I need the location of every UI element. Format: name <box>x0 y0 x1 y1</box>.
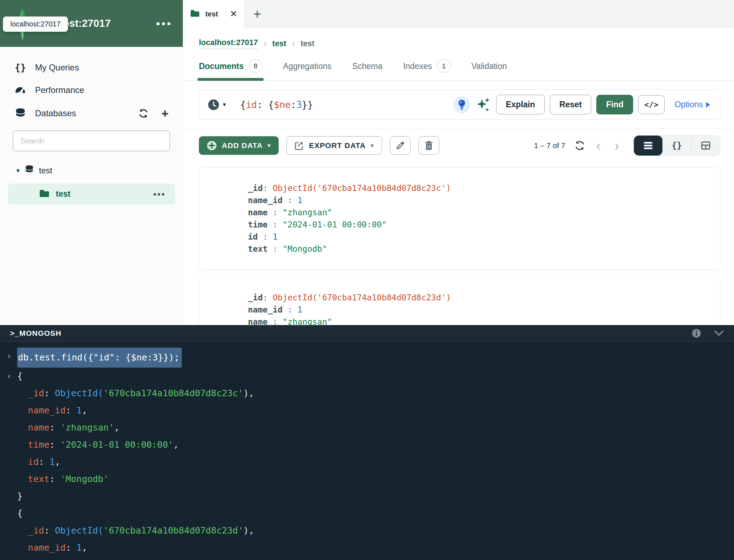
shell-token: _id <box>28 522 44 539</box>
query-bar[interactable]: ▾ {id: {$ne:3}} <box>199 89 720 120</box>
insight-bulb-button[interactable] <box>453 96 470 113</box>
chevron-down-icon[interactable]: ▾ <box>16 167 20 175</box>
sidebar-item-databases[interactable]: Databases + <box>0 101 183 126</box>
add-data-button[interactable]: ADD DATA ▾ <box>199 136 279 155</box>
update-documents-button[interactable] <box>390 136 411 155</box>
sidebar-item-label: My Queries <box>35 63 79 73</box>
query-token: { <box>240 99 246 110</box>
documents-count-badge: 8 <box>249 59 262 73</box>
shell-token <box>17 539 28 556</box>
delete-documents-button[interactable] <box>419 136 439 155</box>
breadcrumb-connection[interactable]: localhost:27017 <box>199 38 258 49</box>
shell-line: } <box>0 488 734 505</box>
find-button[interactable]: Find <box>596 95 633 114</box>
collection-tabs: Documents 8 Aggregations Schema Indexes … <box>183 52 734 81</box>
collapse-shell-chevron-icon[interactable] <box>714 330 724 337</box>
list-view-button[interactable] <box>634 136 662 156</box>
tab-validation[interactable]: Validation <box>471 59 507 80</box>
workspace-tab-test[interactable]: test ✕ <box>183 0 245 28</box>
connection-menu-ellipsis-icon[interactable]: ●●● <box>156 19 172 28</box>
shell-token: : <box>49 471 60 488</box>
shell-token: , <box>55 453 60 471</box>
shell-line: name_id: 1, <box>0 402 734 419</box>
mongosh-header[interactable]: >_MONGOSH <box>0 325 734 342</box>
shell-token: _id <box>28 385 44 402</box>
mongosh-title: >_MONGOSH <box>10 329 62 338</box>
next-page-icon[interactable]: › <box>612 138 622 153</box>
breadcrumb-database[interactable]: test <box>272 39 286 48</box>
search-input[interactable] <box>13 131 170 151</box>
previous-page-icon[interactable]: ‹ <box>593 138 603 153</box>
shell-token: : <box>44 385 55 402</box>
query-section: ▾ {id: {$ne:3}} <box>183 81 734 129</box>
shell-token: : <box>49 419 60 436</box>
chevron-down-icon: ▾ <box>268 142 271 149</box>
query-input[interactable]: {id: {$ne:3}} <box>240 99 448 110</box>
shell-token: , <box>114 556 119 560</box>
folder-icon <box>39 190 49 199</box>
shell-token: 1 <box>77 402 82 419</box>
tab-schema[interactable]: Schema <box>352 59 382 80</box>
sparkle-icon <box>476 97 490 113</box>
refresh-documents-icon[interactable] <box>574 140 585 151</box>
shell-token: ), <box>243 522 254 539</box>
tab-documents[interactable]: Documents 8 <box>199 59 262 80</box>
close-tab-icon[interactable]: ✕ <box>230 9 237 19</box>
create-database-plus-icon[interactable]: + <box>161 107 168 119</box>
shell-token: { <box>17 505 23 522</box>
clock-icon <box>208 99 219 110</box>
query-token: $ne <box>274 99 290 110</box>
info-icon[interactable] <box>692 329 701 338</box>
tree-database-row[interactable]: ▾ test <box>0 161 183 181</box>
ai-sparkle-button[interactable] <box>475 97 491 113</box>
shell-token: : <box>65 402 76 419</box>
shell-token: name <box>28 556 49 560</box>
reset-button[interactable]: Reset <box>550 95 592 114</box>
mongosh-terminal[interactable]: ›db.test.find({"id": {$ne:3}});‹{ _id: O… <box>0 342 734 560</box>
shell-token <box>17 471 28 488</box>
query-history-button[interactable]: ▾ <box>206 99 228 110</box>
workspace-top: localhost:27017 ●●● localhost:27017 {} M… <box>0 0 734 325</box>
list-view-icon <box>643 142 653 149</box>
document-card[interactable]: _id: ObjectId('670cba174a10b84d07d8c23c'… <box>199 167 720 270</box>
table-view-button[interactable] <box>691 136 720 156</box>
shell-token <box>17 385 28 402</box>
shell-marker-empty <box>6 453 17 471</box>
shell-marker-empty <box>6 402 17 419</box>
sidebar-item-performance[interactable]: Performance <box>0 79 183 101</box>
sidebar-item-label: Databases <box>35 108 76 118</box>
tree-collection-row-selected[interactable]: test ●●● <box>8 183 175 205</box>
shell-token: '670cba174a10b84d07d8c23d' <box>103 522 243 539</box>
options-link[interactable]: Options <box>675 100 710 109</box>
tab-aggregations[interactable]: Aggregations <box>283 59 332 80</box>
database-name: test <box>39 166 52 176</box>
document-card[interactable]: _id: ObjectId('670cba174a10b84d07d8c23d'… <box>199 277 720 325</box>
options-label: Options <box>675 100 703 109</box>
export-icon <box>295 141 304 150</box>
shell-token: 1 <box>77 539 82 556</box>
tab-indexes[interactable]: Indexes 1 <box>403 59 451 80</box>
document-field: name_id : 1 <box>248 304 709 316</box>
new-tab-button[interactable]: + <box>245 0 270 28</box>
sidebar-item-my-queries[interactable]: {} My Queries <box>0 56 183 79</box>
code-toggle-button[interactable]: </> <box>638 95 665 114</box>
shell-token: : <box>39 453 49 471</box>
shell-token: db.test.find({"id": {$ne:3}}); <box>17 348 182 368</box>
export-data-button[interactable]: EXPORT DATA ▾ <box>287 136 382 155</box>
shell-token: } <box>17 488 23 505</box>
shell-marker-empty <box>6 419 17 436</box>
sidebar: localhost:27017 ●●● localhost:27017 {} M… <box>0 0 183 325</box>
shell-token: : <box>44 522 55 539</box>
table-view-icon <box>701 141 710 150</box>
collection-menu-ellipsis-icon[interactable]: ●●● <box>153 191 166 197</box>
pencil-icon <box>396 141 405 150</box>
refresh-databases-icon[interactable] <box>138 108 148 118</box>
explain-button[interactable]: Explain <box>496 95 545 114</box>
shell-token <box>17 402 28 419</box>
document-list: _id: ObjectId('670cba174a10b84d07d8c23c'… <box>183 162 734 325</box>
shell-token: 1 <box>49 453 55 471</box>
chevron-down-icon: ▾ <box>223 101 226 108</box>
shell-token <box>17 419 28 436</box>
chevron-right-icon: › <box>292 39 295 49</box>
json-view-button[interactable]: {} <box>662 136 691 156</box>
